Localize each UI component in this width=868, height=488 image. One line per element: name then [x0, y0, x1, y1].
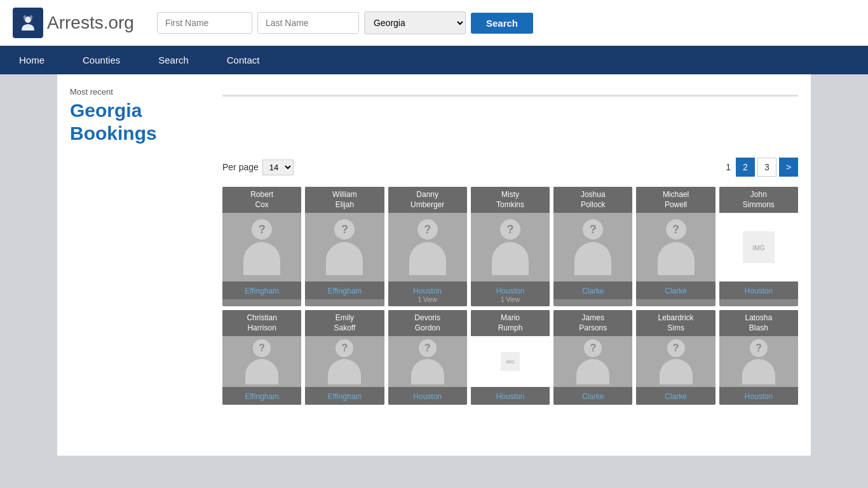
- broken-image-icon: IMG: [743, 231, 775, 263]
- card-photo-joshua-pollock: ?: [553, 213, 632, 281]
- booking-card-james-parsons[interactable]: JamesParsons ? Clarke: [553, 310, 632, 405]
- state-select[interactable]: Georgia Alabama Florida Tennessee: [364, 11, 466, 34]
- card-county-robert-cox: Effingham: [222, 281, 301, 299]
- booking-card-misty-tomkins[interactable]: MistyTomkins ? Houston1 View: [471, 187, 550, 306]
- card-name-john-simmons: JohnSimmons: [719, 187, 798, 213]
- booking-card-christian-harrison[interactable]: ChristianHarrison ? Effingham: [222, 310, 301, 405]
- booking-card-latosha-blash[interactable]: LatoshaBlash ? Houston: [719, 310, 798, 405]
- page-2-btn[interactable]: 2: [736, 158, 755, 177]
- booking-card-danny-umberger[interactable]: DannyUmberger ? Houston1 View: [388, 187, 467, 306]
- per-page-label: Per page: [222, 162, 259, 172]
- broken-image-icon-2: IMG: [501, 352, 520, 371]
- page-1-plain: 1: [726, 162, 731, 172]
- card-photo-william-elijah: ?: [305, 213, 384, 281]
- card-county-william-elijah: Effingham: [305, 281, 384, 299]
- header: Arrests.org Georgia Alabama Florida Tenn…: [0, 0, 868, 46]
- card-photo-misty-tomkins: ?: [471, 213, 550, 281]
- search-bar: Georgia Alabama Florida Tennessee Search: [157, 11, 855, 34]
- pagination-top: Per page 14 28 42 1 2 3 >: [222, 158, 798, 177]
- svg-rect-2: [24, 15, 26, 20]
- content-area: Per page 14 28 42 1 2 3 >: [57, 145, 811, 417]
- booking-card-devoris-gordon[interactable]: DevorisGordon ? Houston: [388, 310, 467, 405]
- nav-contact[interactable]: Contact: [208, 46, 279, 74]
- card-photo-robert-cox: ?: [222, 213, 301, 281]
- main-nav: Home Counties Search Contact: [0, 46, 868, 74]
- card-county-joshua-pollock: Clarke: [553, 281, 632, 299]
- booking-card-william-elijah[interactable]: WilliamElijah ? Effingham: [305, 187, 384, 306]
- nav-counties[interactable]: Counties: [64, 46, 139, 74]
- sidebar: [70, 158, 210, 405]
- logo-icon: [13, 8, 43, 38]
- first-name-input[interactable]: [157, 12, 252, 34]
- most-recent-label: Most recent: [70, 87, 210, 97]
- card-name-danny-umberger: DannyUmberger: [388, 187, 467, 213]
- booking-card-joshua-pollock[interactable]: JoshuaPollock ? Clarke: [553, 187, 632, 306]
- card-name-william-elijah: WilliamElijah: [305, 187, 384, 213]
- svg-text:IMG: IMG: [752, 245, 764, 252]
- page-3-btn[interactable]: 3: [757, 158, 776, 177]
- logo-org: .org: [104, 13, 134, 32]
- card-county-misty-tomkins: Houston1 View: [471, 281, 550, 306]
- card-name-misty-tomkins: MistyTomkins: [471, 187, 550, 213]
- header-search-button[interactable]: Search: [471, 13, 533, 34]
- page-title: Georgia Bookings: [70, 99, 210, 145]
- last-name-input[interactable]: [257, 12, 359, 34]
- card-name-joshua-pollock: JoshuaPollock: [553, 187, 632, 213]
- logo-text: Arrests.org: [47, 13, 134, 33]
- card-county-danny-umberger: Houston1 View: [388, 281, 467, 306]
- booking-grid-row2: ChristianHarrison ? Effingham EmilySakof…: [222, 310, 798, 405]
- card-photo-danny-umberger: ?: [388, 213, 467, 281]
- main-wrapper: Most recent Georgia Bookings Per page 14…: [57, 74, 811, 456]
- nav-search[interactable]: Search: [139, 46, 208, 74]
- card-photo-michael-powell: ?: [636, 213, 715, 281]
- card-photo-john-simmons: IMG: [719, 213, 798, 281]
- booking-card-emily-sakoff[interactable]: EmilySakoff ? Effingham: [305, 310, 384, 405]
- logo-arrests: Arrests: [47, 13, 104, 32]
- card-county-john-simmons: Houston: [719, 281, 798, 299]
- per-page-area: Per page 14 28 42: [222, 159, 294, 175]
- per-page-select[interactable]: 14 28 42: [262, 159, 294, 175]
- card-name-michael-powell: MichaelPowell: [636, 187, 715, 213]
- booking-card-john-simmons[interactable]: JohnSimmons IMG Houston: [719, 187, 798, 306]
- title-block: Most recent Georgia Bookings: [70, 87, 210, 145]
- svg-rect-3: [30, 15, 32, 20]
- top-section: Most recent Georgia Bookings: [57, 74, 811, 145]
- page-nums: 1 2 3 >: [726, 158, 798, 177]
- nav-home[interactable]: Home: [0, 46, 64, 74]
- booking-card-michael-powell[interactable]: MichaelPowell ? Clarke: [636, 187, 715, 306]
- logo[interactable]: Arrests.org: [13, 8, 134, 38]
- section-divider: [222, 95, 798, 97]
- card-county-michael-powell: Clarke: [636, 281, 715, 299]
- booking-card-lebardrick-sims[interactable]: LebardrickSims ? Clarke: [636, 310, 715, 405]
- svg-text:IMG: IMG: [506, 360, 514, 364]
- booking-card-mario-rumph[interactable]: MarioRumph IMG Houston: [471, 310, 550, 405]
- grid-area: Per page 14 28 42 1 2 3 >: [222, 158, 798, 405]
- card-name-robert-cox: RobertCox: [222, 187, 301, 213]
- booking-card-robert-cox[interactable]: RobertCox ? Effingham: [222, 187, 301, 306]
- page-next-btn[interactable]: >: [779, 158, 798, 177]
- booking-grid-row1: RobertCox ? Effingham WilliamElijah ? Ef…: [222, 187, 798, 306]
